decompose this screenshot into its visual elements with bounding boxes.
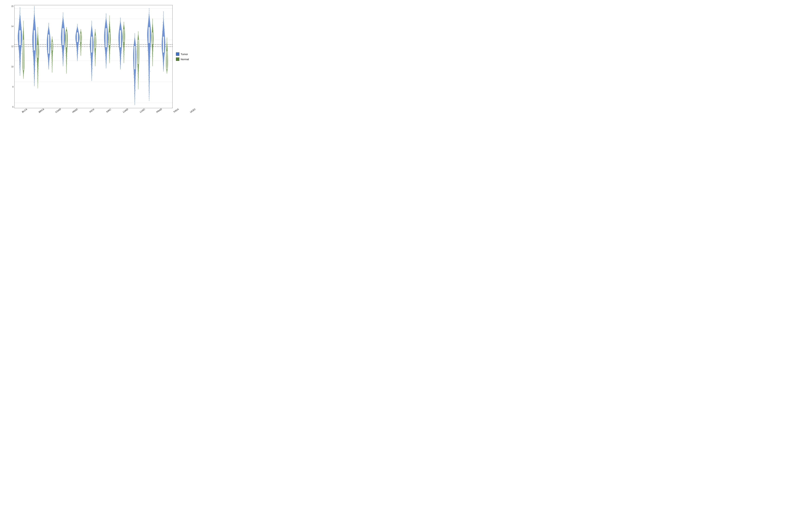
svg-rect-133 <box>35 30 36 30</box>
svg-rect-20 <box>19 57 19 57</box>
svg-rect-654 <box>109 25 110 25</box>
svg-rect-531 <box>95 61 95 61</box>
svg-rect-196 <box>48 69 49 69</box>
svg-rect-684 <box>120 48 121 48</box>
svg-rect-892 <box>149 21 150 21</box>
svg-rect-129 <box>33 37 34 37</box>
svg-rect-946 <box>152 33 153 44</box>
svg-rect-861 <box>148 86 149 86</box>
svg-rect-515 <box>91 30 92 31</box>
svg-rect-589 <box>105 47 105 47</box>
svg-rect-385 <box>77 60 78 60</box>
svg-rect-670 <box>120 64 121 65</box>
svg-rect-403 <box>75 45 76 45</box>
svg-rect-24 <box>21 51 21 51</box>
svg-rect-384 <box>77 61 78 61</box>
svg-rect-290 <box>63 66 63 66</box>
svg-rect-1039 <box>167 38 167 38</box>
svg-rect-543 <box>95 51 95 51</box>
svg-rect-102 <box>34 86 34 86</box>
svg-rect-387 <box>77 58 78 58</box>
y-tick: 8 <box>12 86 13 88</box>
svg-rect-379 <box>66 29 67 30</box>
svg-rect-920 <box>152 46 152 46</box>
svg-rect-268 <box>52 52 52 52</box>
svg-rect-198 <box>48 67 49 67</box>
svg-rect-556 <box>96 40 96 40</box>
svg-rect-57 <box>23 76 23 76</box>
svg-rect-812 <box>138 82 138 82</box>
svg-rect-724 <box>124 53 124 53</box>
svg-rect-960 <box>162 55 163 55</box>
svg-rect-549 <box>94 46 95 46</box>
svg-rect-234 <box>49 29 49 30</box>
svg-rect-826 <box>137 64 138 64</box>
svg-rect-870 <box>150 67 150 67</box>
svg-rect-687 <box>121 45 121 45</box>
svg-rect-997 <box>167 71 167 72</box>
svg-rect-398 <box>79 49 79 49</box>
svg-rect-218 <box>48 46 48 46</box>
svg-rect-302 <box>62 51 62 52</box>
svg-rect-777 <box>134 77 134 77</box>
svg-rect-624 <box>109 57 109 58</box>
svg-rect-671 <box>120 63 120 64</box>
svg-rect-247 <box>52 69 52 69</box>
svg-rect-881 <box>148 44 149 44</box>
svg-rect-498 <box>91 53 92 54</box>
svg-rect-35 <box>19 34 19 34</box>
svg-rect-957 <box>164 59 164 59</box>
svg-rect-38 <box>20 29 20 29</box>
svg-rect-1040 <box>167 51 167 69</box>
svg-rect-789 <box>134 58 134 58</box>
svg-rect-725 <box>123 52 123 52</box>
svg-rect-705 <box>120 23 120 24</box>
svg-rect-709 <box>120 19 120 19</box>
svg-rect-160 <box>38 73 38 73</box>
svg-rect-235 <box>48 28 49 29</box>
svg-rect-40 <box>19 26 20 26</box>
svg-rect-288 <box>52 42 52 50</box>
svg-rect-245 <box>52 70 52 71</box>
svg-rect-577 <box>106 62 106 62</box>
svg-rect-676 <box>120 57 120 58</box>
svg-rect-875 <box>150 56 150 57</box>
svg-rect-1025 <box>167 49 167 49</box>
svg-rect-773 <box>135 83 135 84</box>
svg-rect-55 <box>23 78 23 79</box>
svg-rect-608 <box>105 23 105 24</box>
svg-rect-116 <box>36 60 36 61</box>
svg-rect-913 <box>152 53 152 53</box>
svg-rect-337 <box>66 73 67 73</box>
svg-rect-88 <box>23 35 24 36</box>
svg-rect-16 <box>20 63 20 63</box>
svg-rect-396 <box>76 51 77 51</box>
svg-rect-298 <box>63 56 63 56</box>
svg-rect-739 <box>124 39 125 39</box>
svg-rect-274 <box>52 47 53 47</box>
svg-rect-693 <box>119 38 120 38</box>
svg-rect-170 <box>38 59 39 59</box>
svg-rect-167 <box>38 63 38 63</box>
svg-rect-567 <box>95 31 95 31</box>
svg-rect-107 <box>34 77 34 77</box>
svg-rect-413 <box>76 36 77 37</box>
svg-rect-797 <box>135 45 135 45</box>
svg-rect-56 <box>23 77 23 77</box>
svg-rect-156 <box>37 78 38 78</box>
svg-rect-593 <box>107 42 107 42</box>
svg-rect-341 <box>66 69 67 69</box>
svg-rect-949 <box>163 70 164 70</box>
svg-rect-239 <box>49 24 49 24</box>
svg-rect-343 <box>66 67 67 67</box>
svg-rect-332 <box>63 15 63 15</box>
svg-rect-916 <box>152 50 152 50</box>
svg-rect-901 <box>152 66 153 66</box>
svg-rect-215 <box>47 49 47 49</box>
svg-rect-244 <box>52 71 52 72</box>
svg-rect-85 <box>23 39 24 39</box>
svg-rect-470 <box>81 32 81 33</box>
svg-rect-206 <box>48 58 48 59</box>
svg-rect-95 <box>23 26 24 26</box>
svg-rect-615 <box>106 15 106 15</box>
